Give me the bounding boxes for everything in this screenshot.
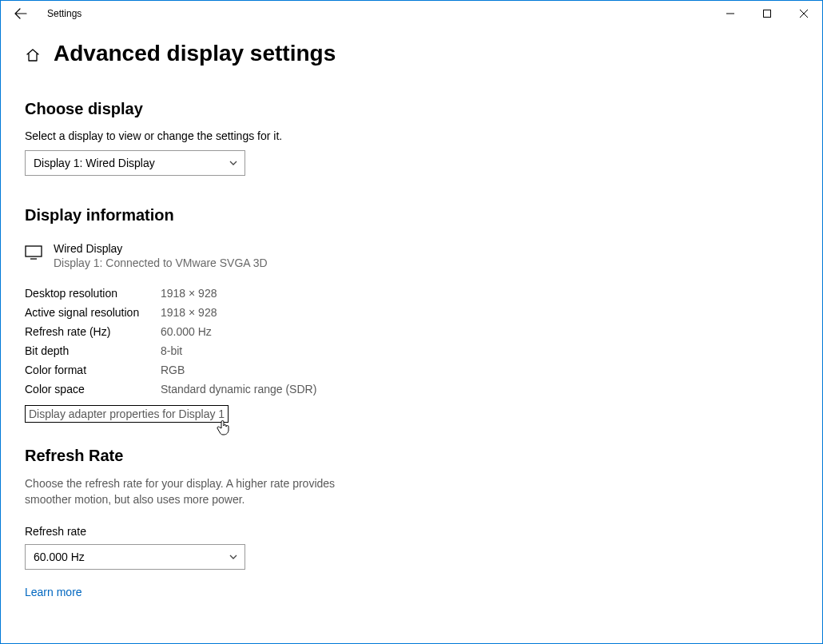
table-row: Bit depth 8-bit	[25, 341, 316, 360]
refresh-rate-field-label: Refresh rate	[25, 525, 798, 538]
monitor-icon	[25, 244, 42, 261]
display-select-value: Display 1: Wired Display	[34, 157, 229, 169]
display-select-dropdown[interactable]: Display 1: Wired Display	[25, 150, 245, 176]
svg-rect-0	[764, 10, 771, 18]
adapter-link-label: Display adapter properties for Display 1	[29, 407, 225, 420]
info-label: Active signal resolution	[25, 303, 161, 322]
maximize-button[interactable]	[749, 1, 785, 26]
refresh-rate-heading: Refresh Rate	[25, 447, 798, 465]
window-controls	[712, 1, 822, 26]
info-label: Bit depth	[25, 341, 161, 360]
learn-more-link[interactable]: Learn more	[25, 586, 82, 598]
display-adapter-properties-link[interactable]: Display adapter properties for Display 1	[25, 405, 229, 423]
info-label: Color space	[25, 380, 161, 399]
info-value: RGB	[161, 360, 316, 380]
minimize-button[interactable]	[712, 1, 749, 26]
display-card: Wired Display Display 1: Connected to VM…	[25, 242, 798, 269]
table-row: Refresh rate (Hz) 60.000 Hz	[25, 322, 316, 341]
info-label: Desktop resolution	[25, 284, 161, 303]
refresh-rate-value: 60.000 Hz	[34, 551, 229, 563]
refresh-rate-dropdown[interactable]: 60.000 Hz	[25, 544, 245, 570]
page-header: Advanced display settings	[25, 41, 798, 66]
content-area: Advanced display settings Choose display…	[1, 26, 822, 598]
svg-rect-1	[26, 246, 42, 256]
window-title: Settings	[47, 8, 82, 19]
display-subtitle: Display 1: Connected to VMware SVGA 3D	[54, 256, 268, 269]
back-button[interactable]	[9, 1, 33, 26]
maximize-icon	[763, 10, 771, 18]
info-value: 60.000 Hz	[161, 322, 316, 341]
minimize-icon	[726, 10, 734, 18]
table-row: Active signal resolution 1918 × 928	[25, 303, 316, 322]
settings-window: Settings Advanced display settings Choos…	[0, 0, 823, 644]
close-icon	[800, 10, 808, 18]
home-icon[interactable]	[25, 47, 41, 63]
display-info-table: Desktop resolution 1918 × 928 Active sig…	[25, 284, 316, 399]
titlebar: Settings	[1, 1, 822, 26]
display-info-heading: Display information	[25, 206, 798, 225]
info-value: 1918 × 928	[161, 284, 316, 303]
choose-display-subtext: Select a display to view or change the s…	[25, 129, 798, 142]
info-value: 8-bit	[161, 341, 316, 360]
info-label: Refresh rate (Hz)	[25, 322, 161, 341]
chevron-down-icon	[229, 552, 238, 562]
choose-display-heading: Choose display	[25, 100, 798, 118]
close-button[interactable]	[785, 1, 822, 26]
refresh-rate-description: Choose the refresh rate for your display…	[25, 476, 344, 507]
page-title: Advanced display settings	[54, 41, 336, 66]
display-name: Wired Display	[54, 242, 268, 255]
table-row: Desktop resolution 1918 × 928	[25, 284, 316, 303]
table-row: Color format RGB	[25, 360, 316, 380]
arrow-left-icon	[14, 7, 27, 20]
info-value: 1918 × 928	[161, 303, 316, 322]
cursor-hand-icon	[217, 419, 231, 436]
info-label: Color format	[25, 360, 161, 380]
chevron-down-icon	[229, 158, 238, 168]
table-row: Color space Standard dynamic range (SDR)	[25, 380, 316, 399]
info-value: Standard dynamic range (SDR)	[161, 380, 316, 399]
